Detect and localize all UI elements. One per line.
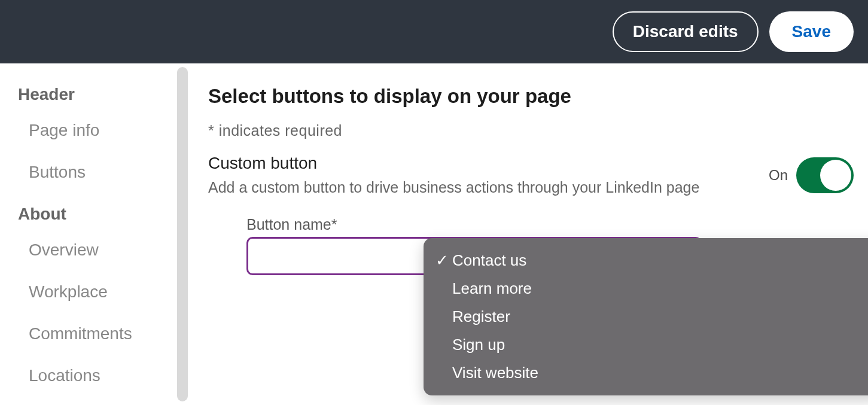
sidebar-group-about[interactable]: About (18, 205, 188, 224)
custom-button-toggle-wrap: On (769, 157, 854, 193)
page-layout: Header Page info Buttons About Overview … (0, 63, 868, 405)
discard-edits-button[interactable]: Discard edits (613, 11, 759, 52)
button-name-label: Button name* (246, 216, 854, 233)
required-indicator-note: * indicates required (208, 122, 854, 139)
main-content: Select buttons to display on your page *… (188, 63, 868, 405)
toggle-knob (820, 160, 851, 191)
check-icon: ✓ (434, 251, 450, 270)
custom-button-toggle[interactable] (796, 157, 854, 193)
dropdown-option-contact-us[interactable]: ✓ Contact us (424, 246, 868, 275)
dropdown-option-sign-up[interactable]: Sign up (424, 331, 868, 359)
toggle-state-label: On (769, 167, 788, 184)
dropdown-option-label: Learn more (452, 279, 532, 298)
dropdown-option-visit-website[interactable]: Visit website (424, 359, 868, 387)
sidebar-item-overview[interactable]: Overview (29, 240, 188, 260)
save-button[interactable]: Save (769, 11, 854, 52)
dropdown-option-label: Visit website (452, 364, 538, 382)
sidebar-item-locations[interactable]: Locations (29, 366, 188, 385)
sidebar-item-page-info[interactable]: Page info (29, 121, 188, 140)
sidebar-group-header[interactable]: Header (18, 85, 188, 104)
custom-button-text: Custom button Add a custom button to dri… (208, 154, 754, 198)
page-title: Select buttons to display on your page (208, 85, 854, 108)
dropdown-option-label: Register (452, 307, 510, 326)
sidebar-scrollbar[interactable] (177, 67, 188, 401)
custom-button-title: Custom button (208, 154, 754, 173)
dropdown-option-label: Contact us (452, 251, 526, 270)
custom-button-section: Custom button Add a custom button to dri… (208, 154, 854, 198)
dropdown-option-learn-more[interactable]: Learn more (424, 275, 868, 303)
custom-button-description: Add a custom button to drive business ac… (208, 178, 754, 198)
top-bar: Discard edits Save (0, 0, 868, 63)
sidebar: Header Page info Buttons About Overview … (0, 63, 188, 405)
sidebar-item-workplace[interactable]: Workplace (29, 282, 188, 302)
button-name-dropdown: ✓ Contact us Learn more Register Sign up… (424, 238, 868, 395)
dropdown-option-label: Sign up (452, 336, 505, 354)
sidebar-item-commitments[interactable]: Commitments (29, 324, 188, 343)
dropdown-option-register[interactable]: Register (424, 303, 868, 331)
sidebar-item-buttons[interactable]: Buttons (29, 163, 188, 182)
